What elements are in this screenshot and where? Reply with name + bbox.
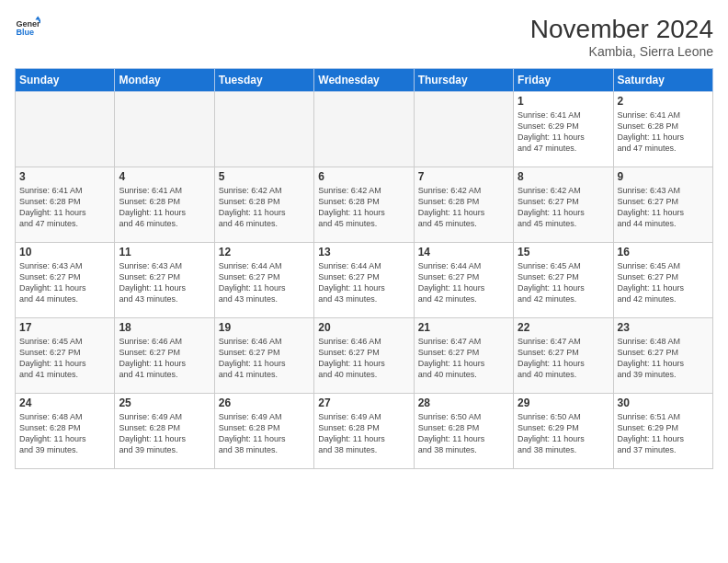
calendar-cell: [414, 92, 513, 167]
subtitle: Kambia, Sierra Leone: [530, 44, 713, 59]
calendar-cell: 17Sunrise: 6:45 AM Sunset: 6:27 PM Dayli…: [16, 318, 115, 394]
day-info: Sunrise: 6:45 AM Sunset: 6:27 PM Dayligh…: [518, 260, 609, 305]
day-number: 4: [119, 170, 210, 183]
day-info: Sunrise: 6:41 AM Sunset: 6:28 PM Dayligh…: [19, 185, 110, 230]
calendar: SundayMondayTuesdayWednesdayThursdayFrid…: [15, 68, 713, 469]
day-number: 22: [518, 321, 609, 334]
day-info: Sunrise: 6:44 AM Sunset: 6:27 PM Dayligh…: [318, 260, 409, 305]
calendar-cell: 7Sunrise: 6:42 AM Sunset: 6:28 PM Daylig…: [414, 167, 513, 243]
day-number: 9: [618, 170, 709, 183]
day-number: 20: [318, 321, 409, 334]
day-number: 11: [119, 246, 210, 259]
calendar-cell: [314, 92, 414, 167]
header: General Blue November 2024 Kambia, Sierr…: [15, 15, 713, 59]
day-number: 14: [418, 246, 509, 259]
calendar-week-4: 24Sunrise: 6:48 AM Sunset: 6:28 PM Dayli…: [16, 394, 713, 469]
calendar-cell: 26Sunrise: 6:49 AM Sunset: 6:28 PM Dayli…: [214, 394, 313, 469]
day-info: Sunrise: 6:49 AM Sunset: 6:28 PM Dayligh…: [119, 411, 210, 456]
day-number: 15: [518, 246, 609, 259]
calendar-cell: 2Sunrise: 6:41 AM Sunset: 6:28 PM Daylig…: [613, 92, 712, 167]
day-number: 27: [318, 396, 409, 409]
day-number: 19: [219, 321, 310, 334]
calendar-cell: 15Sunrise: 6:45 AM Sunset: 6:27 PM Dayli…: [514, 243, 613, 318]
weekday-header-friday: Friday: [514, 69, 613, 92]
calendar-cell: 6Sunrise: 6:42 AM Sunset: 6:28 PM Daylig…: [314, 167, 414, 243]
calendar-week-0: 1Sunrise: 6:41 AM Sunset: 6:29 PM Daylig…: [16, 92, 713, 167]
calendar-cell: 8Sunrise: 6:42 AM Sunset: 6:27 PM Daylig…: [514, 167, 613, 243]
day-number: 3: [19, 170, 110, 183]
day-number: 28: [418, 396, 509, 409]
day-number: 21: [418, 321, 509, 334]
day-info: Sunrise: 6:51 AM Sunset: 6:29 PM Dayligh…: [618, 411, 709, 456]
day-number: 13: [318, 246, 409, 259]
day-number: 25: [119, 396, 210, 409]
calendar-cell: 19Sunrise: 6:46 AM Sunset: 6:27 PM Dayli…: [214, 318, 313, 394]
day-info: Sunrise: 6:41 AM Sunset: 6:29 PM Dayligh…: [518, 109, 609, 155]
day-info: Sunrise: 6:47 AM Sunset: 6:27 PM Dayligh…: [418, 336, 509, 381]
calendar-cell: 30Sunrise: 6:51 AM Sunset: 6:29 PM Dayli…: [613, 394, 712, 469]
day-info: Sunrise: 6:47 AM Sunset: 6:27 PM Dayligh…: [518, 336, 609, 381]
weekday-header-thursday: Thursday: [414, 69, 513, 92]
calendar-cell: 16Sunrise: 6:45 AM Sunset: 6:27 PM Dayli…: [613, 243, 712, 318]
svg-text:Blue: Blue: [16, 28, 34, 37]
weekday-header-tuesday: Tuesday: [214, 69, 313, 92]
calendar-cell: 29Sunrise: 6:50 AM Sunset: 6:29 PM Dayli…: [514, 394, 613, 469]
day-info: Sunrise: 6:42 AM Sunset: 6:28 PM Dayligh…: [318, 185, 409, 230]
calendar-cell: [16, 92, 115, 167]
day-info: Sunrise: 6:45 AM Sunset: 6:27 PM Dayligh…: [618, 260, 709, 305]
svg-marker-2: [35, 16, 40, 19]
day-info: Sunrise: 6:43 AM Sunset: 6:27 PM Dayligh…: [19, 260, 110, 305]
day-info: Sunrise: 6:41 AM Sunset: 6:28 PM Dayligh…: [618, 109, 709, 155]
day-number: 29: [518, 396, 609, 409]
day-number: 30: [618, 396, 709, 409]
day-info: Sunrise: 6:48 AM Sunset: 6:28 PM Dayligh…: [19, 411, 110, 456]
day-number: 2: [618, 95, 709, 108]
calendar-cell: 12Sunrise: 6:44 AM Sunset: 6:27 PM Dayli…: [214, 243, 313, 318]
day-number: 1: [518, 95, 609, 108]
day-number: 18: [119, 321, 210, 334]
day-number: 10: [19, 246, 110, 259]
calendar-week-2: 10Sunrise: 6:43 AM Sunset: 6:27 PM Dayli…: [16, 243, 713, 318]
day-number: 5: [219, 170, 310, 183]
calendar-cell: [115, 92, 214, 167]
day-number: 6: [318, 170, 409, 183]
calendar-cell: 4Sunrise: 6:41 AM Sunset: 6:28 PM Daylig…: [115, 167, 214, 243]
day-info: Sunrise: 6:48 AM Sunset: 6:27 PM Dayligh…: [618, 336, 709, 381]
day-info: Sunrise: 6:42 AM Sunset: 6:28 PM Dayligh…: [219, 185, 310, 230]
day-number: 23: [618, 321, 709, 334]
calendar-week-1: 3Sunrise: 6:41 AM Sunset: 6:28 PM Daylig…: [16, 167, 713, 243]
day-info: Sunrise: 6:44 AM Sunset: 6:27 PM Dayligh…: [418, 260, 509, 305]
weekday-header-wednesday: Wednesday: [314, 69, 414, 92]
weekday-header-saturday: Saturday: [613, 69, 712, 92]
calendar-cell: 9Sunrise: 6:43 AM Sunset: 6:27 PM Daylig…: [613, 167, 712, 243]
day-info: Sunrise: 6:49 AM Sunset: 6:28 PM Dayligh…: [219, 411, 310, 456]
calendar-cell: 14Sunrise: 6:44 AM Sunset: 6:27 PM Dayli…: [414, 243, 513, 318]
day-info: Sunrise: 6:46 AM Sunset: 6:27 PM Dayligh…: [219, 336, 310, 381]
day-number: 16: [618, 246, 709, 259]
calendar-week-3: 17Sunrise: 6:45 AM Sunset: 6:27 PM Dayli…: [16, 318, 713, 394]
calendar-cell: 21Sunrise: 6:47 AM Sunset: 6:27 PM Dayli…: [414, 318, 513, 394]
day-number: 8: [518, 170, 609, 183]
day-info: Sunrise: 6:43 AM Sunset: 6:27 PM Dayligh…: [618, 185, 709, 230]
weekday-header-row: SundayMondayTuesdayWednesdayThursdayFrid…: [16, 69, 713, 92]
day-info: Sunrise: 6:45 AM Sunset: 6:27 PM Dayligh…: [19, 336, 110, 381]
calendar-cell: 1Sunrise: 6:41 AM Sunset: 6:29 PM Daylig…: [514, 92, 613, 167]
logo-icon: General Blue: [15, 15, 40, 40]
weekday-header-monday: Monday: [115, 69, 214, 92]
calendar-cell: 18Sunrise: 6:46 AM Sunset: 6:27 PM Dayli…: [115, 318, 214, 394]
calendar-cell: 20Sunrise: 6:46 AM Sunset: 6:27 PM Dayli…: [314, 318, 414, 394]
day-info: Sunrise: 6:50 AM Sunset: 6:29 PM Dayligh…: [518, 411, 609, 456]
calendar-cell: [214, 92, 313, 167]
day-info: Sunrise: 6:42 AM Sunset: 6:27 PM Dayligh…: [518, 185, 609, 230]
calendar-cell: 11Sunrise: 6:43 AM Sunset: 6:27 PM Dayli…: [115, 243, 214, 318]
calendar-cell: 10Sunrise: 6:43 AM Sunset: 6:27 PM Dayli…: [16, 243, 115, 318]
day-number: 26: [219, 396, 310, 409]
month-title: November 2024: [530, 15, 713, 44]
logo: General Blue: [15, 15, 40, 40]
page: General Blue November 2024 Kambia, Sierr…: [0, 0, 728, 563]
day-info: Sunrise: 6:44 AM Sunset: 6:27 PM Dayligh…: [219, 260, 310, 305]
calendar-cell: 23Sunrise: 6:48 AM Sunset: 6:27 PM Dayli…: [613, 318, 712, 394]
day-number: 12: [219, 246, 310, 259]
calendar-cell: 28Sunrise: 6:50 AM Sunset: 6:28 PM Dayli…: [414, 394, 513, 469]
weekday-header-sunday: Sunday: [16, 69, 115, 92]
